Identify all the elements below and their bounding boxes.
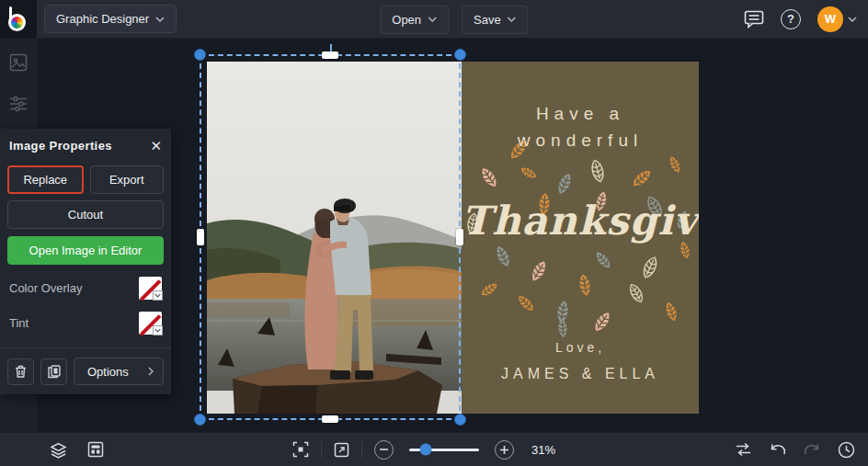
leaf-icon <box>479 165 500 189</box>
canvas-area[interactable]: Have a wonderful Thanksgiving Love, JAME… <box>0 39 868 432</box>
chevron-down-icon <box>155 17 165 22</box>
card-thanksgiving-text[interactable]: Thanksgiving <box>462 198 699 244</box>
befunky-logo-icon <box>8 6 29 31</box>
delete-button[interactable] <box>7 358 34 385</box>
resize-handle-e[interactable] <box>456 229 463 245</box>
fit-to-screen-button[interactable] <box>292 441 309 458</box>
zoom-in-button[interactable] <box>495 440 514 460</box>
photo-illustration <box>207 62 462 414</box>
resize-handle-nw[interactable] <box>194 49 206 61</box>
resize-handle-n[interactable] <box>322 51 338 59</box>
bottom-toolbar: 31% <box>0 432 868 466</box>
options-button[interactable]: Options <box>74 358 164 385</box>
photo-couple-lake[interactable] <box>207 62 462 414</box>
export-button[interactable]: Export <box>90 165 165 194</box>
undo-button[interactable] <box>770 443 786 456</box>
open-image-in-editor-button[interactable]: Open Image in Editor <box>7 236 164 265</box>
zoom-out-button[interactable] <box>374 440 394 460</box>
chevron-down-icon <box>508 17 517 22</box>
leaf-icon <box>479 280 499 298</box>
fullscreen-button[interactable] <box>334 442 349 458</box>
leaf-icon <box>641 256 659 279</box>
card-design[interactable]: Have a wonderful Thanksgiving Love, JAME… <box>462 62 699 414</box>
leaf-icon <box>516 293 536 313</box>
close-icon[interactable]: ✕ <box>150 139 162 153</box>
swatch-dropdown[interactable] <box>153 325 163 335</box>
color-overlay-row: Color Overlay <box>7 277 164 300</box>
resize-handle-sw[interactable] <box>194 414 206 426</box>
color-overlay-swatch[interactable] <box>139 277 162 300</box>
panel-title: Image Properties <box>9 139 112 153</box>
app-mode-dropdown[interactable]: Graphic Designer <box>44 5 177 33</box>
leaf-icon <box>590 159 606 183</box>
top-bar: Graphic Designer Open Save ? <box>0 0 868 39</box>
account-menu[interactable]: W <box>817 6 857 32</box>
leaf-icon <box>592 310 613 334</box>
befunky-logo[interactable] <box>0 0 37 39</box>
chevron-down-icon <box>154 328 161 333</box>
chevron-down-icon <box>428 17 437 22</box>
chevron-down-icon <box>848 17 857 22</box>
templates-button[interactable] <box>87 441 104 458</box>
swap-arrows-icon <box>735 442 752 457</box>
card-closing-text[interactable]: Love, JAMES & ELLA <box>462 335 699 388</box>
duplicate-button[interactable] <box>40 358 67 385</box>
history-button[interactable] <box>838 441 855 459</box>
leaf-icon <box>577 273 591 297</box>
chat-bubble-icon <box>744 10 764 28</box>
design-canvas-card: Have a wonderful Thanksgiving Love, JAME… <box>207 62 699 414</box>
resize-handle-s[interactable] <box>322 415 338 423</box>
trash-icon <box>14 364 28 379</box>
history-clock-icon <box>838 441 855 459</box>
template-grid-icon <box>87 441 104 458</box>
card-greeting-text[interactable]: Have a wonderful <box>462 100 699 154</box>
leaf-icon <box>593 250 612 271</box>
help-button[interactable]: ? <box>781 9 801 29</box>
question-mark-icon: ? <box>787 12 794 26</box>
leaf-icon <box>664 301 680 323</box>
open-fullscreen-icon <box>334 442 349 458</box>
layers-button[interactable] <box>50 441 67 459</box>
undo-icon <box>770 443 786 456</box>
leaf-icon <box>529 259 549 283</box>
avatar: W <box>817 6 843 32</box>
graphic-designer-app: Graphic Designer Open Save ? <box>0 0 868 466</box>
leaf-icon <box>627 282 645 304</box>
copy-icon <box>47 364 62 379</box>
image-properties-panel: Image Properties ✕ Replace Export Cutout… <box>0 129 171 394</box>
resize-handle-se[interactable] <box>454 414 466 426</box>
redo-icon <box>804 443 820 456</box>
leaf-icon <box>668 154 682 174</box>
save-button[interactable]: Save <box>462 6 529 34</box>
resize-handle-ne[interactable] <box>454 49 466 61</box>
tint-swatch[interactable] <box>139 312 162 335</box>
tint-row: Tint <box>7 312 164 335</box>
cutout-button[interactable]: Cutout <box>7 200 164 229</box>
open-button[interactable]: Open <box>380 6 449 34</box>
minus-icon <box>380 449 388 450</box>
image-tool-button[interactable] <box>9 53 28 75</box>
replace-button[interactable]: Replace <box>7 165 84 194</box>
resize-handle-w[interactable] <box>197 229 204 245</box>
zoom-slider[interactable] <box>409 449 479 451</box>
fit-screen-icon <box>292 441 309 458</box>
leaf-icon <box>630 167 653 189</box>
layers-icon <box>50 441 67 459</box>
redo-button[interactable] <box>804 443 820 456</box>
leaf-icon <box>519 165 538 180</box>
app-mode-label: Graphic Designer <box>56 12 149 26</box>
feedback-button[interactable] <box>744 10 764 28</box>
chevron-right-icon <box>148 367 154 376</box>
compare-button[interactable] <box>735 442 752 457</box>
zoom-slider-thumb[interactable] <box>420 444 432 456</box>
image-icon <box>9 53 28 72</box>
sliders-icon <box>9 96 28 112</box>
zoom-level: 31% <box>531 443 555 457</box>
leaf-icon <box>555 172 574 196</box>
plus-icon <box>500 446 508 454</box>
swatch-dropdown[interactable] <box>153 290 163 301</box>
chevron-down-icon <box>154 293 161 298</box>
leaf-icon <box>494 244 512 268</box>
adjust-tool-button[interactable] <box>9 96 28 116</box>
